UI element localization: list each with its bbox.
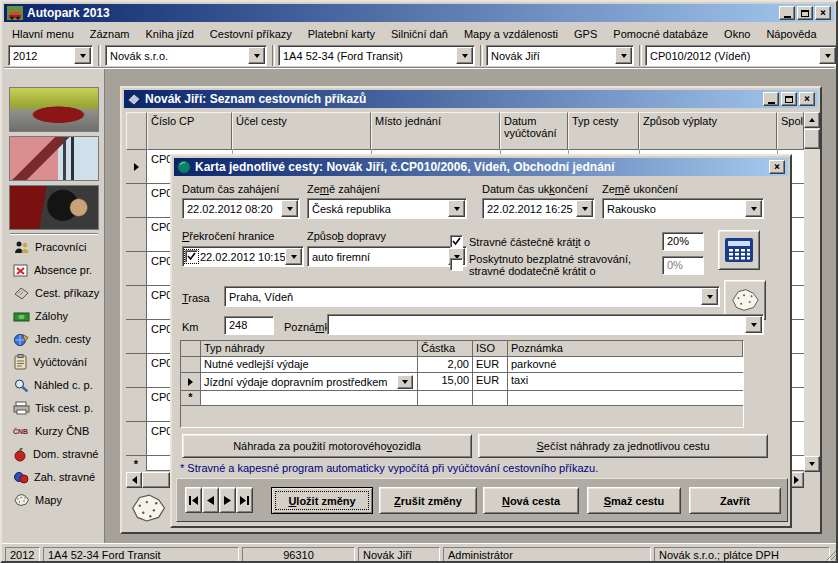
scroll-down-icon[interactable] xyxy=(804,456,820,472)
sidebar-item-zah-stravne[interactable]: Zah. stravné xyxy=(13,467,95,487)
menu-item-hlavni-menu[interactable]: Hlavní menu xyxy=(4,26,82,42)
scroll-left-icon[interactable] xyxy=(126,472,142,488)
scrollbar-thumb[interactable] xyxy=(142,472,170,488)
dropdown-arrow-icon[interactable] xyxy=(615,47,632,64)
column-header-ucel-cesty[interactable]: Účel cesty xyxy=(232,112,371,150)
comp-header-poznamka[interactable]: Poznámka xyxy=(508,341,743,357)
column-header-misto-jednani[interactable]: Místo jednání xyxy=(371,112,500,150)
end-country-combo[interactable]: Rakousko xyxy=(602,198,764,219)
column-header-typ-cesty[interactable]: Typ cesty xyxy=(568,112,639,150)
resize-grip[interactable] xyxy=(826,549,838,563)
sum-compensation-button[interactable]: Sečíst náhrady za jednotlivou cestu xyxy=(478,434,768,458)
maximize-button[interactable] xyxy=(797,6,813,20)
calculator-button[interactable] xyxy=(718,230,760,270)
new-trip-button[interactable]: Nová cesta xyxy=(483,487,579,514)
column-header-spolucestujici[interactable]: Spoluc xyxy=(777,112,804,150)
nav-first-button[interactable] xyxy=(185,487,202,513)
menu-item-platebni-karty[interactable]: Platební karty xyxy=(300,26,383,42)
column-header-datum-vyuctovani[interactable]: Datum vyúčtování xyxy=(500,112,568,150)
menu-item-cestovni-prikazy[interactable]: Cestovní příkazy xyxy=(202,26,300,42)
menu-item-zaznam[interactable]: Záznam xyxy=(82,26,138,42)
dropdown-arrow-icon[interactable] xyxy=(456,47,473,64)
border-crossing-checkbox[interactable] xyxy=(185,250,198,263)
print-icon xyxy=(13,401,30,415)
dropdown-arrow-icon[interactable] xyxy=(701,288,718,305)
scroll-up-icon[interactable] xyxy=(804,112,820,128)
list-maximize-button[interactable] xyxy=(781,92,797,106)
list-minimize-button[interactable] xyxy=(763,92,779,106)
free-meal-checkbox[interactable] xyxy=(450,258,463,271)
dropdown-arrow-icon[interactable] xyxy=(448,200,465,217)
sidebar-item-cest-prikazy[interactable]: Cest. příkazy xyxy=(13,283,99,303)
sidebar-item-pracovnici[interactable]: Pracovníci xyxy=(13,237,86,257)
dropdown-arrow-icon[interactable] xyxy=(745,200,762,217)
sidebar-item-nahled[interactable]: Náhled c. p. xyxy=(13,375,93,395)
person-combo[interactable]: Novák Jiří xyxy=(486,45,634,66)
year-combo[interactable]: 2012 xyxy=(8,45,93,66)
dropdown-arrow-icon[interactable] xyxy=(745,316,762,333)
comp-header-iso[interactable]: ISO xyxy=(473,341,508,357)
trip-combo[interactable]: CP010/2012 (Vídeň) xyxy=(645,45,838,66)
nav-last-button[interactable] xyxy=(236,487,253,513)
start-datetime-combo[interactable]: 22.02.2012 08:20 xyxy=(182,198,300,219)
sidebar: Pracovníci Absence pr. Cest. příkazy Zál… xyxy=(4,69,105,543)
menu-item-napoveda[interactable]: Nápověda xyxy=(758,26,824,42)
meal-reduce-percent-field[interactable]: 20% xyxy=(662,232,704,251)
dropdown-arrow-icon[interactable] xyxy=(576,200,593,217)
comp-new-row[interactable]: * xyxy=(181,391,743,406)
dropdown-arrow-icon[interactable] xyxy=(819,47,836,64)
close-dialog-button[interactable]: Zavřít xyxy=(689,487,781,514)
list-window-titlebar[interactable]: Novák Jiří: Seznam cestovních příkazů × xyxy=(124,90,818,108)
cancel-changes-button[interactable]: Zrušit změny xyxy=(379,487,477,514)
dropdown-arrow-icon[interactable] xyxy=(285,248,302,265)
sidebar-item-kurzy-cnb[interactable]: ČNB Kurzy ČNB xyxy=(13,421,89,441)
dialog-titlebar[interactable]: Karta jednotlivé cesty: Novák Jiří, č.CP… xyxy=(174,158,788,176)
delete-trip-button[interactable]: Smaž cestu xyxy=(587,487,681,514)
note-combo[interactable] xyxy=(327,314,764,335)
list-vertical-scrollbar[interactable] xyxy=(804,112,820,472)
menu-item-mapy-a-vzdalenosti[interactable]: Mapy a vzdálenosti xyxy=(456,26,566,42)
comp-row-current[interactable]: Jízdní výdaje dopravním prostředkem 15,0… xyxy=(181,373,743,391)
main-titlebar[interactable]: Autopark 2013 × xyxy=(4,4,834,22)
menu-item-silnicni-dan[interactable]: Silniční daň xyxy=(383,26,456,42)
sidebar-item-zalohy[interactable]: Zálohy xyxy=(13,306,68,326)
comp-row[interactable]: Nutné vedlejší výdaje 2,00 EUR parkovné xyxy=(181,357,743,373)
sidebar-item-mapy[interactable]: Mapy xyxy=(13,490,62,510)
km-field[interactable]: 248 xyxy=(224,316,274,335)
dropdown-arrow-icon[interactable] xyxy=(397,375,413,389)
dropdown-arrow-icon[interactable] xyxy=(74,47,91,64)
nav-prev-button[interactable] xyxy=(202,487,219,513)
free-meal-percent-field[interactable]: 0% xyxy=(662,256,704,275)
minimize-button[interactable] xyxy=(779,6,795,20)
route-combo[interactable]: Praha, Vídeň xyxy=(224,286,720,307)
menu-item-kniha-jizd[interactable]: Kniha jízd xyxy=(138,26,202,42)
dialog-close-button[interactable]: × xyxy=(769,160,785,174)
end-datetime-combo[interactable]: 22.02.2012 16:25 xyxy=(482,198,595,219)
menu-item-okno[interactable]: Okno xyxy=(716,26,758,42)
list-close-button[interactable]: × xyxy=(799,92,815,106)
start-country-combo[interactable]: Česká republika xyxy=(307,198,467,219)
vehicle-compensation-button[interactable]: Náhrada za použití motorového vozidla xyxy=(182,434,472,458)
comp-header-typ[interactable]: Typ náhrady xyxy=(201,341,418,357)
vehicle-combo[interactable]: 1A4 52-34 (Ford Transit) xyxy=(278,45,475,66)
column-header-cislo-cp[interactable]: Číslo CP xyxy=(147,112,232,150)
sidebar-item-tisk[interactable]: Tisk cest. p. xyxy=(13,398,93,418)
dropdown-arrow-icon[interactable] xyxy=(248,47,265,64)
menu-item-gps[interactable]: GPS xyxy=(566,26,605,42)
column-header-zpusob-vyplaty[interactable]: Způsob výplaty xyxy=(639,112,777,150)
border-crossing-combo[interactable]: 22.02.2012 10:15 xyxy=(182,246,304,267)
sidebar-item-vyuctovani[interactable]: Vyúčtování xyxy=(13,352,87,372)
comp-header-castka[interactable]: Částka xyxy=(418,341,473,357)
menu-item-pomocne-databaze[interactable]: Pomocné databáze xyxy=(605,26,716,42)
transport-combo[interactable]: auto firemní xyxy=(307,246,467,267)
close-button[interactable]: × xyxy=(815,6,831,20)
nav-next-button[interactable] xyxy=(219,487,236,513)
company-combo[interactable]: Novák s.r.o. xyxy=(105,45,267,66)
scrollbar-thumb[interactable] xyxy=(804,129,820,149)
meal-reduce-checkbox[interactable] xyxy=(450,235,463,248)
dropdown-arrow-icon[interactable] xyxy=(281,200,298,217)
sidebar-item-absence[interactable]: Absence pr. xyxy=(13,260,92,280)
save-changes-button[interactable]: Uložit změny xyxy=(271,487,373,514)
sidebar-item-jedn-cesty[interactable]: Jedn. cesty xyxy=(13,329,91,349)
sidebar-item-dom-stravne[interactable]: Dom. stravné xyxy=(13,444,98,464)
